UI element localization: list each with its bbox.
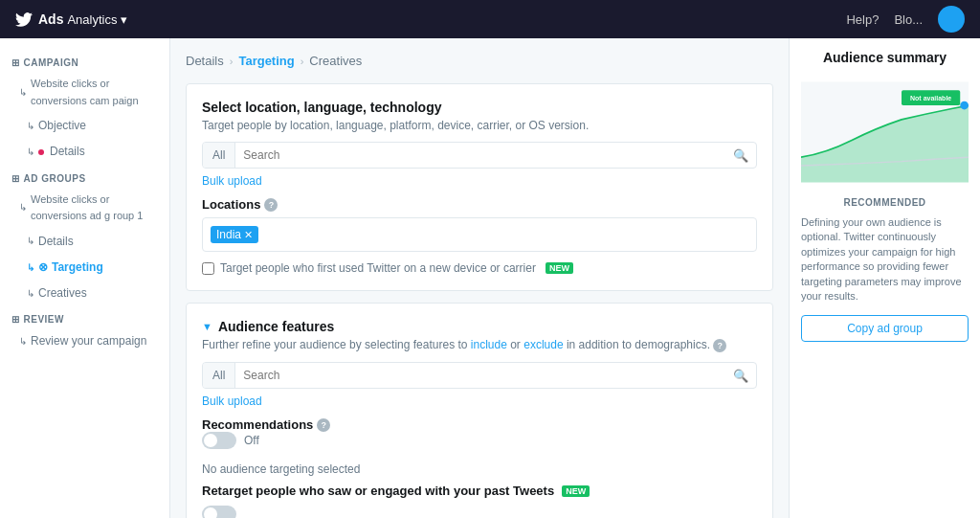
audience-search-input[interactable]: [243, 369, 733, 382]
audience-summary-title: Audience summary: [801, 50, 969, 65]
location-bulk-upload[interactable]: Bulk upload: [202, 174, 757, 188]
location-search-input[interactable]: [243, 148, 733, 162]
location-title: Select location, language, technology: [202, 100, 757, 115]
recommendations-toggle-row: Off: [202, 432, 757, 449]
breadcrumb-creatives[interactable]: Creatives: [309, 54, 362, 68]
audience-search-type[interactable]: All: [203, 363, 235, 388]
new-device-label: Target people who first used Twitter on …: [220, 261, 536, 275]
search-type-all[interactable]: All: [203, 143, 235, 168]
audience-chart: Not available: [801, 75, 969, 190]
location-subtitle: Target people by location, language, pla…: [202, 119, 757, 132]
breadcrumb-sep-2: ›: [301, 56, 304, 67]
exclude-link[interactable]: exclude: [523, 338, 563, 351]
include-link[interactable]: include: [471, 338, 507, 351]
new-device-checkbox-row: Target people who first used Twitter on …: [202, 261, 757, 275]
retarget-toggle[interactable]: [202, 506, 236, 518]
sidebar-item-targeting[interactable]: ↳ ⊗ Targeting: [0, 255, 169, 281]
breadcrumb-targeting[interactable]: Targeting: [238, 54, 294, 68]
recommendations-row: Recommendations ? Off: [202, 417, 757, 449]
campaign-section-header: ⊞ CAMPAIGN: [0, 50, 169, 72]
recommendations-off-label: Off: [244, 434, 259, 447]
no-targeting-text: No audience targeting selected: [202, 462, 757, 476]
audience-description: Defining your own audience is optional. …: [801, 215, 969, 304]
tag-label: India: [216, 228, 241, 241]
review-section-header: ⊞ REVIEW: [0, 306, 169, 328]
new-device-checkbox[interactable]: [202, 262, 214, 275]
recommendations-info-icon[interactable]: ?: [317, 418, 330, 432]
retarget-title: Retarget people who saw or engaged with …: [202, 484, 757, 498]
audience-search-icon: 🔍: [733, 369, 748, 383]
locations-info-icon[interactable]: ?: [264, 198, 278, 212]
breadcrumb-details[interactable]: Details: [186, 54, 224, 68]
avatar[interactable]: [938, 6, 965, 33]
breadcrumb: Details › Targeting › Creatives: [186, 54, 773, 68]
audience-features-section: ▼ Audience features Further refine your …: [186, 303, 773, 518]
demographics-info-icon[interactable]: ?: [713, 339, 726, 352]
main-content: Details › Targeting › Creatives Select l…: [170, 38, 789, 518]
audience-bulk-upload[interactable]: Bulk upload: [202, 394, 757, 408]
top-navigation: Ads Analytics ▾ Help? Blo...: [0, 0, 980, 38]
logo: Ads: [15, 11, 63, 27]
location-section: Select location, language, technology Ta…: [186, 83, 773, 291]
logo-text: Ads: [38, 11, 63, 27]
sidebar-item-ad-group[interactable]: ↳ Website clicks or conversions ad g rou…: [0, 188, 169, 229]
sidebar-item-objective[interactable]: ↳ Objective: [0, 113, 169, 139]
location-search-wrap: 🔍: [235, 143, 756, 168]
audience-features-header[interactable]: ▼ Audience features: [202, 319, 757, 334]
analytics-menu[interactable]: Analytics ▾: [67, 12, 127, 27]
audience-features-subtitle: Further refine your audience by selectin…: [202, 338, 757, 352]
locations-field[interactable]: India ✕: [202, 217, 757, 252]
search-icon: 🔍: [733, 148, 748, 163]
retarget-badge: NEW: [562, 485, 590, 497]
right-panel: Audience summary Not available RECOMMEND…: [789, 38, 980, 518]
audience-chevron-icon: ▼: [202, 321, 212, 332]
audience-search-row: All 🔍: [202, 362, 757, 389]
ad-groups-section-header: ⊞ AD GROUPS: [0, 166, 169, 188]
svg-text:Not available: Not available: [910, 95, 951, 101]
sidebar: ⊞ CAMPAIGN ↳ Website clicks or conversio…: [0, 38, 170, 518]
sidebar-item-creatives[interactable]: ↳ Creatives: [0, 281, 169, 306]
sidebar-item-details[interactable]: ↳ Details: [0, 229, 169, 255]
recommended-label: RECOMMENDED: [801, 197, 969, 208]
audience-features-title: Audience features: [218, 319, 334, 334]
retarget-row: Retarget people who saw or engaged with …: [202, 484, 757, 518]
recommendations-toggle[interactable]: [202, 432, 236, 449]
locations-label: Locations ?: [202, 197, 757, 212]
copy-ad-group-button[interactable]: Copy ad group: [801, 315, 969, 342]
breadcrumb-sep-1: ›: [230, 56, 234, 67]
tag-close-icon[interactable]: ✕: [244, 229, 253, 241]
sidebar-item-details-campaign[interactable]: ↳ Details: [0, 139, 169, 165]
retarget-toggle-knob: [204, 507, 217, 518]
location-search-row: All 🔍: [202, 142, 757, 169]
new-device-badge: NEW: [546, 262, 573, 274]
recommendations-label: Recommendations ?: [202, 417, 757, 432]
audience-search-wrap: 🔍: [235, 363, 756, 388]
help-link[interactable]: Help?: [846, 12, 879, 27]
sidebar-item-review[interactable]: ↳ Review your campaign: [0, 328, 169, 354]
toggle-knob: [204, 434, 217, 447]
india-tag: India ✕: [211, 226, 258, 243]
sidebar-item-campaign[interactable]: ↳ Website clicks or conversions cam paig…: [0, 72, 169, 113]
svg-point-1: [960, 101, 969, 110]
blog-link[interactable]: Blo...: [894, 12, 923, 27]
topnav-right: Help? Blo...: [846, 6, 965, 33]
